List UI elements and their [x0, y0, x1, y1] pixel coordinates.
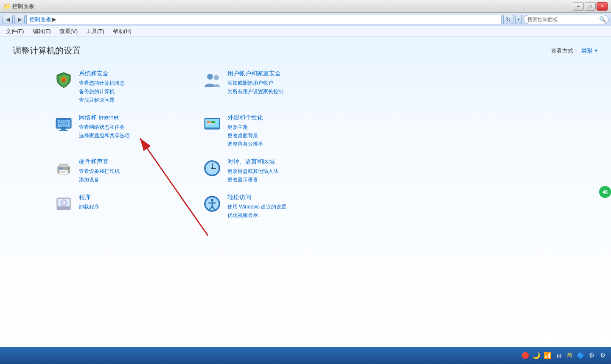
system-security-icon [53, 70, 74, 90]
svg-rect-23 [60, 167, 62, 169]
taskbar-icon-4[interactable]: 🖥 [554, 351, 563, 360]
svg-point-31 [211, 167, 213, 169]
view-mode-label: 类别 [581, 47, 592, 55]
clock-title[interactable]: 时钟、语言和区域 [227, 158, 278, 166]
taskbar-icon-5[interactable]: 简 [565, 351, 574, 360]
maximize-button[interactable]: □ [585, 2, 596, 11]
category-clock: 时钟、语言和区域 更改键盘或其他输入法 更改显示语言 [195, 153, 344, 189]
user-accounts-link-0[interactable]: 添加或删除用户帐户 [227, 79, 283, 87]
category-appearance: 外观和个性化 更改主题 更改桌面背景 调整屏幕分辨率 [195, 109, 344, 153]
clock-icon [202, 158, 222, 178]
network-title[interactable]: 网络和 Internet [79, 114, 130, 122]
user-accounts-link-1[interactable]: 为所有用户设置家长控制 [227, 88, 283, 95]
system-security-link-1[interactable]: 备份您的计算机 [79, 88, 125, 95]
titlebar-title: 控制面板 [12, 3, 34, 10]
refresh-button[interactable]: ↻ [503, 15, 513, 24]
content-header: 调整计算机的设置 查看方式： 类别 ▼ [13, 45, 598, 56]
appearance-link-0[interactable]: 更改主题 [227, 123, 263, 131]
svg-point-3 [207, 74, 213, 80]
category-system-security: 系统和安全 查看您的计算机状态 备份您的计算机 查找并解决问题 [47, 65, 195, 109]
appearance-link-1[interactable]: 更改桌面背景 [227, 132, 263, 139]
appearance-text: 外观和个性化 更改主题 更改桌面背景 调整屏幕分辨率 [227, 114, 263, 148]
address-dropdown[interactable]: ▼ [515, 15, 522, 24]
svg-point-24 [68, 167, 70, 169]
category-hardware: 硬件和声音 查看设备和打印机 添加设备 [47, 153, 195, 189]
appearance-title[interactable]: 外观和个性化 [227, 114, 263, 122]
user-accounts-title[interactable]: 用户帐户和家庭安全 [227, 70, 283, 78]
menu-tools[interactable]: 工具(T) [82, 27, 109, 36]
addressbar: ◀ ▶ 控制面板 ▶ ↻ ▼ 🔍 [0, 13, 611, 26]
network-link-1[interactable]: 选择家庭组和共享选项 [79, 132, 130, 139]
svg-rect-34 [58, 206, 70, 209]
menu-edit[interactable]: 编辑(E) [28, 27, 55, 36]
user-accounts-text: 用户帐户和家庭安全 添加或删除用户帐户 为所有用户设置家长控制 [227, 70, 283, 95]
system-security-title[interactable]: 系统和安全 [79, 70, 125, 78]
programs-title[interactable]: 程序 [79, 194, 99, 201]
svg-rect-19 [207, 123, 215, 125]
hardware-link-0[interactable]: 查看设备和打印机 [79, 167, 120, 175]
network-icon [53, 114, 74, 134]
hardware-icon [53, 158, 74, 178]
minimize-button[interactable]: − [573, 2, 584, 11]
taskbar-icon-3[interactable]: 📶 [543, 351, 552, 360]
system-security-link-0[interactable]: 查看您的计算机状态 [79, 79, 125, 87]
taskbar-icon-7[interactable]: ⚙ [587, 351, 596, 360]
category-programs: 程序 卸载程序 [47, 189, 195, 224]
clock-text: 时钟、语言和区域 更改键盘或其他输入法 更改显示语言 [227, 158, 278, 183]
svg-rect-8 [59, 130, 68, 131]
taskbar-icon-1[interactable]: 🔴 [521, 351, 530, 360]
categories-grid: 系统和安全 查看您的计算机状态 备份您的计算机 查找并解决问题 用户帐户和家庭安… [47, 65, 344, 224]
clock-link-0[interactable]: 更改键盘或其他输入法 [227, 167, 278, 175]
menu-view[interactable]: 查看(V) [55, 27, 82, 36]
programs-link-0[interactable]: 卸载程序 [79, 203, 99, 211]
system-security-link-2[interactable]: 查找并解决问题 [79, 96, 125, 104]
network-link-0[interactable]: 查看网络状态和任务 [79, 123, 130, 131]
view-dropdown[interactable]: 类别 ▼ [581, 47, 598, 55]
svg-rect-21 [59, 164, 68, 167]
forward-button[interactable]: ▶ [14, 15, 25, 24]
view-options: 查看方式： 类别 ▼ [551, 47, 598, 55]
address-path[interactable]: 控制面板 ▶ [26, 15, 502, 24]
accessibility-link-0[interactable]: 使用 Windows 建议的设置 [227, 203, 286, 211]
menubar: 文件(F) 编辑(E) 查看(V) 工具(T) 帮助(H) [0, 26, 611, 36]
search-wrapper: 🔍 [524, 15, 608, 24]
programs-text: 程序 卸载程序 [79, 194, 99, 211]
view-label: 查看方式： [551, 47, 579, 55]
menu-help[interactable]: 帮助(H) [109, 27, 136, 36]
svg-point-37 [63, 202, 64, 203]
main-content: 调整计算机的设置 查看方式： 类别 ▼ 系统和安全 [0, 36, 611, 347]
folder-icon: 📁 [3, 3, 11, 10]
view-dropdown-arrow: ▼ [594, 48, 598, 53]
taskbar-icon-2[interactable]: 🌙 [532, 351, 541, 360]
svg-point-4 [214, 75, 219, 80]
accessibility-text: 轻松访问 使用 Windows 建议的设置 优化视频显示 [227, 194, 286, 219]
accessibility-title[interactable]: 轻松访问 [227, 194, 286, 201]
network-text: 网络和 Internet 查看网络状态和任务 选择家庭组和共享选项 [79, 114, 130, 139]
category-user-accounts: 用户帐户和家庭安全 添加或删除用户帐户 为所有用户设置家长控制 [195, 65, 344, 109]
titlebar-controls: − □ ✕ [573, 2, 608, 11]
accessibility-link-1[interactable]: 优化视频显示 [227, 211, 286, 219]
side-floating-button[interactable]: 48 [599, 186, 611, 198]
hardware-text: 硬件和声音 查看设备和打印机 添加设备 [79, 158, 120, 183]
path-root[interactable]: 控制面板 [29, 16, 51, 23]
category-accessibility: 轻松访问 使用 Windows 建议的设置 优化视频显示 [195, 189, 344, 224]
taskbar-icon-6[interactable]: 🔷 [576, 351, 585, 360]
taskbar-icon-8[interactable]: ⚙ [598, 351, 607, 360]
back-button[interactable]: ◀ [3, 15, 13, 24]
programs-icon [53, 194, 74, 214]
hardware-link-1[interactable]: 添加设备 [79, 176, 120, 183]
svg-rect-7 [61, 128, 66, 130]
system-security-text: 系统和安全 查看您的计算机状态 备份您的计算机 查找并解决问题 [79, 70, 125, 104]
menu-file[interactable]: 文件(F) [2, 27, 28, 36]
page-title: 调整计算机的设置 [13, 45, 81, 56]
search-input[interactable] [524, 15, 608, 24]
appearance-icon [202, 114, 222, 134]
category-network: 网络和 Internet 查看网络状态和任务 选择家庭组和共享选项 [47, 109, 195, 153]
clock-link-1[interactable]: 更改显示语言 [227, 176, 278, 183]
titlebar-left: 📁 控制面板 [3, 3, 34, 10]
appearance-link-2[interactable]: 调整屏幕分辨率 [227, 140, 263, 148]
hardware-title[interactable]: 硬件和声音 [79, 158, 120, 166]
taskbar: 🔴 🌙 📶 🖥 简 🔷 ⚙ ⚙ [0, 347, 611, 364]
close-button[interactable]: ✕ [597, 2, 608, 11]
svg-rect-26 [61, 172, 65, 173]
